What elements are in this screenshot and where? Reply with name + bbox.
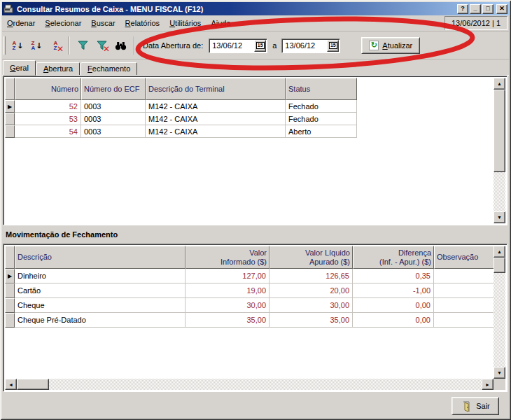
scrollbar-corner [493, 379, 505, 390]
tab-abertura[interactable]: Abertura [36, 62, 80, 76]
date-to-field[interactable]: 13/06/12 15 [281, 38, 340, 53]
col-header-valor-informado[interactable]: ValorInformado ($) [186, 246, 270, 269]
toolbar: AZ ↓ ZA ↓ AZ ✕ ✕ [2, 32, 509, 59]
menu-bar: Ordenar Selecionar Buscar Relatórios Uti… [2, 15, 509, 31]
col-header-diferenca[interactable]: Diferença(Inf. - Apur.) ($) [353, 246, 434, 269]
clear-sort-button[interactable]: AZ ✕ [46, 36, 65, 55]
vertical-scrollbar[interactable]: ▲ ▼ [493, 246, 505, 379]
col-header-descricao[interactable]: Descrição [15, 246, 186, 269]
sair-button[interactable]: Sair [451, 397, 499, 415]
col-header-ecf[interactable]: Número do ECF [81, 78, 146, 100]
col-header-status[interactable]: Status [286, 78, 357, 100]
calendar-button-from[interactable]: 15 [254, 40, 266, 52]
toolbar-separator [134, 36, 135, 55]
row-selector[interactable] [5, 298, 15, 313]
range-separator-label: a [272, 41, 276, 50]
table-row[interactable]: ▶ 52 0003 M142 - CAIXA Fechado [5, 100, 505, 113]
horizontal-scrollbar[interactable]: ◄ ► [5, 379, 493, 390]
exit-door-icon [461, 400, 472, 412]
row-pointer-icon: ▶ [8, 273, 12, 279]
table-row[interactable]: ▶ Dinheiro 127,00 126,65 0,35 [5, 269, 505, 284]
row-pointer-icon: ▶ [8, 104, 12, 110]
current-date-panel: 13/06/2012 | 1 [444, 16, 507, 30]
section-title: Movimentação de Fechamento [6, 230, 118, 239]
binoculars-icon [115, 41, 127, 50]
date-to-value[interactable]: 13/06/12 [282, 41, 327, 50]
sair-label: Sair [476, 402, 490, 410]
clear-filter-button[interactable]: ✕ [92, 36, 111, 55]
menu-utilitarios[interactable]: Utilitários [164, 17, 206, 29]
row-selector[interactable] [5, 284, 15, 298]
window-title: Consultar Resumos de Caixa - MENU FISCAL… [17, 5, 457, 13]
grid-header-row: Descrição ValorInformado ($) Valor Líqui… [5, 246, 505, 269]
table-row[interactable]: 54 0003 M142 - CAIXA Aberto [5, 125, 505, 138]
atualizar-label: Atualizar [382, 41, 412, 50]
row-selector[interactable]: ▶ [5, 269, 15, 284]
table-row[interactable]: 53 0003 M142 - CAIXA Fechado [5, 113, 505, 125]
sort-ascending-button[interactable]: AZ ↓ [8, 36, 27, 55]
close-button[interactable]: ✕ [496, 4, 507, 14]
vertical-scrollbar[interactable]: ▲ ▼ [493, 78, 505, 223]
sort-za-icon: ZA [31, 41, 36, 50]
maximize-button[interactable]: □ [482, 4, 493, 14]
atualizar-button[interactable]: ↻ Atualizar [361, 37, 420, 54]
scroll-down-button[interactable]: ▼ [493, 211, 505, 223]
tab-page-edge [2, 75, 509, 76]
col-header-observacao[interactable]: Observação [434, 246, 496, 269]
menu-ordenar[interactable]: Ordenar [2, 17, 40, 29]
tab-strip: Geral Abertura Fechamento [3, 60, 508, 76]
resumos-grid: Número Número do ECF Descrição do Termin… [3, 76, 507, 225]
tab-fechamento[interactable]: Fechamento [80, 62, 137, 76]
toolbar-grip [4, 36, 6, 55]
row-selector[interactable]: ▶ [5, 100, 15, 113]
tab-geral[interactable]: Geral [3, 60, 36, 76]
table-row[interactable]: Cheque Pré-Datado 35,00 35,00 0,00 [5, 313, 505, 328]
refresh-icon: ↻ [369, 41, 379, 50]
scrollbar-thumb[interactable] [17, 379, 49, 390]
col-header-numero[interactable]: Número [15, 78, 81, 100]
scroll-down-button[interactable]: ▼ [493, 367, 505, 379]
table-row[interactable]: Cheque 30,00 30,00 0,00 [5, 298, 505, 313]
table-row[interactable]: Cartão 19,00 20,00 -1,00 [5, 284, 505, 298]
date-from-value[interactable]: 13/06/12 [209, 41, 254, 50]
sort-descending-button[interactable]: ZA ↓ [27, 36, 46, 55]
movimentacao-grid: Descrição ValorInformado ($) Valor Líqui… [3, 244, 507, 392]
row-selector[interactable] [5, 113, 15, 125]
menu-selecionar[interactable]: Selecionar [40, 17, 86, 29]
scroll-right-button[interactable]: ► [482, 379, 493, 390]
selector-header-stub [5, 246, 15, 269]
date-from-field[interactable]: 13/06/12 15 [209, 38, 267, 53]
col-header-terminal[interactable]: Descrição do Terminal [146, 78, 286, 100]
minimize-button[interactable]: _ [470, 4, 481, 14]
scroll-up-button[interactable]: ▲ [493, 246, 505, 258]
calendar-icon: 15 [329, 42, 337, 49]
grid-header-row: Número Número do ECF Descrição do Termin… [5, 78, 505, 100]
toolbar-separator [69, 36, 70, 55]
row-selector[interactable] [5, 125, 15, 138]
search-button[interactable] [111, 36, 130, 55]
calendar-icon: 15 [256, 42, 265, 49]
footer-bar: Sair [2, 393, 509, 418]
app-icon [4, 4, 14, 14]
title-bar[interactable]: Consultar Resumos de Caixa - MENU FISCAL… [2, 2, 509, 15]
selector-header-stub [5, 78, 15, 100]
date-abertura-label: Data Abertura de: [143, 41, 203, 50]
help-button[interactable]: ? [457, 4, 468, 14]
menu-ajuda[interactable]: Ajuda [206, 17, 235, 29]
menu-relatorios[interactable]: Relatórios [120, 17, 165, 29]
scrollbar-thumb[interactable] [493, 90, 505, 172]
col-header-valor-liquido[interactable]: Valor LíquidoApurado ($) [270, 246, 353, 269]
scrollbar-thumb[interactable] [493, 258, 505, 273]
sort-az-icon: AZ [13, 41, 17, 50]
app-window: Consultar Resumos de Caixa - MENU FISCAL… [0, 0, 511, 420]
scroll-up-button[interactable]: ▲ [493, 78, 505, 90]
scroll-left-button[interactable]: ◄ [5, 379, 17, 390]
filter-button[interactable] [74, 36, 92, 55]
row-selector[interactable] [5, 313, 15, 328]
filter-icon [78, 41, 88, 50]
menu-buscar[interactable]: Buscar [86, 17, 120, 29]
calendar-button-to[interactable]: 15 [327, 40, 339, 52]
